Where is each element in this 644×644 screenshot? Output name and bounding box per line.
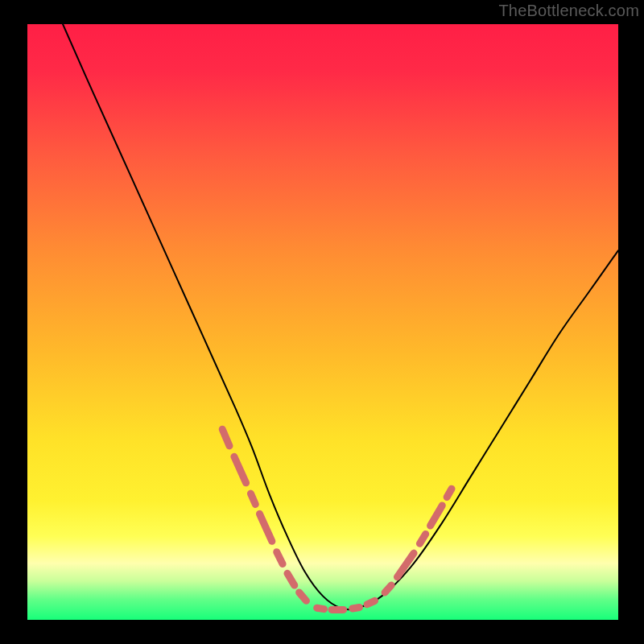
watermark-text: TheBottleneck.com: [498, 2, 639, 20]
emphasis-dash: [250, 493, 255, 504]
gradient-background: [27, 24, 618, 620]
chart-frame: TheBottleneck.com: [0, 0, 644, 644]
emphasis-dash: [419, 534, 425, 543]
plot-svg: [27, 24, 618, 620]
emphasis-dash: [447, 489, 452, 497]
emphasis-dash: [367, 601, 375, 604]
emphasis-dash: [353, 607, 360, 608]
emphasis-dash: [385, 585, 391, 592]
plot-area: [27, 24, 618, 620]
emphasis-dash: [317, 608, 324, 609]
